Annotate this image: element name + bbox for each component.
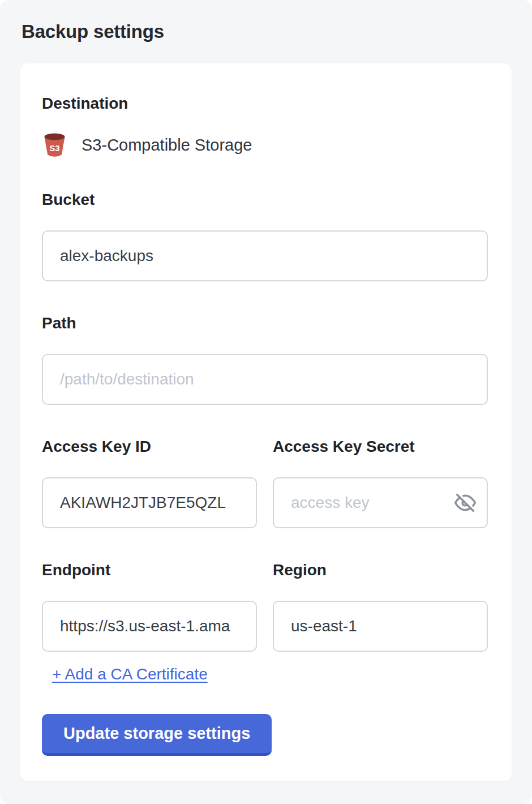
bucket-label: Bucket [42,190,489,209]
update-storage-settings-button[interactable]: Update storage settings [42,714,272,756]
access-key-secret-label: Access Key Secret [273,437,488,456]
eye-off-icon[interactable] [454,491,477,514]
s3-bucket-icon: S3 [43,132,66,158]
add-ca-certificate-link[interactable]: + Add a CA Certificate [52,665,208,683]
backup-settings-page: Backup settings Destination S3 S3-Compat… [0,0,532,804]
endpoint-label: Endpoint [42,561,257,579]
bucket-input[interactable] [42,230,488,281]
destination-label: Destination [42,94,489,113]
access-key-id-input[interactable] [42,477,257,528]
path-input[interactable] [42,354,488,405]
region-label: Region [273,561,488,579]
destination-value: S3-Compatible Storage [81,136,252,155]
path-label: Path [42,314,489,332]
destination-row: S3 S3-Compatible Storage [42,132,489,158]
backup-settings-card: Destination S3 S3-Compatible Storage Buc… [20,63,512,781]
region-input[interactable] [273,601,488,652]
endpoint-input[interactable] [42,601,257,652]
access-key-secret-field [273,477,488,528]
access-key-id-label: Access Key ID [42,437,257,456]
page-title: Backup settings [0,0,532,43]
svg-text:S3: S3 [49,143,59,153]
